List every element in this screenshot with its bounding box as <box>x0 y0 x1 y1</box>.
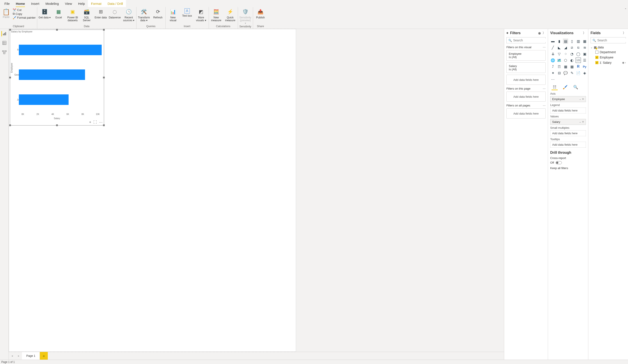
filters-page-dropzone[interactable]: Add data fields here <box>506 91 546 102</box>
viz-matrix-icon[interactable]: ▩ <box>569 64 574 69</box>
filters-page-more-icon[interactable]: ⋯ <box>543 87 546 90</box>
fields-table-data[interactable]: ⌄ ▦✓ data <box>591 46 626 49</box>
field-salary-checkbox[interactable]: ✓ <box>595 61 598 64</box>
page-tab-prev[interactable]: ◂ <box>9 352 15 360</box>
sensitivity-button[interactable]: 🛡️Sensitivity (preview) ▾ <box>239 8 251 25</box>
refresh-button[interactable]: ⟳Refresh <box>152 8 164 19</box>
resize-handle-n[interactable] <box>56 29 58 31</box>
enter-data-button[interactable]: ⊞Enter data <box>95 8 107 19</box>
tab-file[interactable]: File <box>1 0 13 7</box>
viz-gauge-icon[interactable]: ◐ <box>569 58 574 63</box>
viz-treemap-icon[interactable]: ▣ <box>582 51 587 57</box>
pbi-datasets-button[interactable]: ▣Power BI datasets <box>67 8 79 22</box>
filters-search[interactable]: 🔍 <box>506 37 546 43</box>
viz-map-icon[interactable]: 🌐 <box>550 58 555 63</box>
viz-line-icon[interactable]: ╱ <box>550 45 555 50</box>
viz-filled-map-icon[interactable]: 🗺️ <box>556 58 562 63</box>
visual-more-icon[interactable]: ⋯ <box>99 120 103 124</box>
viz-shape-map-icon[interactable]: ⬡ <box>563 58 568 63</box>
viz-tab-fields[interactable]: ☷ <box>551 84 558 90</box>
new-measure-button[interactable]: 🧮New measure <box>210 8 222 22</box>
well-legend[interactable]: Add data fields here <box>550 108 586 113</box>
well-axis-remove-icon[interactable]: ✕ <box>582 98 584 100</box>
filter-card-employee[interactable]: Employee is (All) <box>506 50 546 61</box>
well-values-chevron-icon[interactable]: ⌄ <box>579 120 581 123</box>
viz-stacked-column-icon[interactable]: ▮ <box>556 39 562 44</box>
eye-icon[interactable]: ◉ › <box>622 61 626 64</box>
viz-tab-analytics[interactable]: 🔍 <box>573 84 579 90</box>
publish-button[interactable]: 📤Publish <box>254 8 267 19</box>
paste-button[interactable]: 📋 Paste <box>1 8 11 19</box>
viz-funnel-icon[interactable]: ▽ <box>556 51 562 57</box>
page-tab-next[interactable]: ▸ <box>15 352 22 360</box>
filter-card-salary[interactable]: Salary is (All) <box>506 63 546 73</box>
filters-visual-more-icon[interactable]: ⋯ <box>543 46 546 49</box>
fields-search-input[interactable] <box>597 39 628 42</box>
more-visuals-button[interactable]: ◩More visuals ▾ <box>195 8 207 22</box>
sql-server-button[interactable]: 🗃️SQL Server <box>81 8 93 22</box>
viz-key-influencers-icon[interactable]: ✦ <box>550 70 555 75</box>
tab-insert[interactable]: Insert <box>28 0 43 7</box>
filters-all-dropzone[interactable]: Add data fields here <box>506 108 546 119</box>
chart-bar[interactable] <box>19 70 85 80</box>
chart-bar[interactable] <box>19 45 102 55</box>
cross-report-toggle[interactable] <box>556 161 562 164</box>
get-data-button[interactable]: 🗄️Get data ▾ <box>39 8 51 19</box>
resize-handle-nw[interactable] <box>9 29 11 31</box>
new-visual-button[interactable]: 📊New visual <box>167 8 179 22</box>
resize-handle-w[interactable] <box>9 77 11 78</box>
viz-kpi-icon[interactable]: ⤴ <box>550 64 555 69</box>
page-tab-add[interactable]: ＋ <box>40 352 48 360</box>
fields-search[interactable]: 🔍 <box>591 37 626 43</box>
viz-python-icon[interactable]: Py <box>582 64 587 69</box>
field-employee[interactable]: ✓ Employee <box>595 55 626 60</box>
fields-collapse-icon[interactable]: 〉 <box>623 31 626 35</box>
field-department-checkbox[interactable] <box>595 51 598 54</box>
viz-smart-narrative-icon[interactable]: ✎ <box>569 70 574 75</box>
viz-qna-icon[interactable]: 💬 <box>563 70 568 75</box>
viz-area-icon[interactable]: ◣ <box>556 45 562 50</box>
text-box-button[interactable]: AText box <box>181 8 193 17</box>
viz-100-column-icon[interactable]: ▦ <box>582 39 587 44</box>
viz-slicer-icon[interactable]: ☶ <box>556 64 562 69</box>
viz-clustered-column-icon[interactable]: ▯ <box>569 39 574 44</box>
viz-scatter-icon[interactable]: ⁘ <box>563 51 568 57</box>
recent-sources-button[interactable]: 🕓Recent sources ▾ <box>123 8 135 22</box>
tab-format[interactable]: Format <box>88 0 104 7</box>
page-tab-1[interactable]: Page 1 <box>22 352 40 360</box>
nav-report-view[interactable] <box>1 31 6 36</box>
chart-bar[interactable] <box>19 94 69 105</box>
tab-modeling[interactable]: Modeling <box>42 0 62 7</box>
viz-collapse-icon[interactable]: 〉 <box>583 31 586 35</box>
viz-donut-icon[interactable]: ◯ <box>576 51 581 57</box>
resize-handle-e[interactable] <box>103 77 105 78</box>
resize-handle-sw[interactable] <box>9 124 11 126</box>
resize-handle-se[interactable] <box>103 124 105 126</box>
well-axis-chevron-icon[interactable]: ⌄ <box>579 98 581 100</box>
viz-card-icon[interactable]: 123 <box>576 58 581 63</box>
report-canvas[interactable]: Salary by Employee Employee FredGeorgeJo… <box>9 29 504 352</box>
field-salary[interactable]: ✓ Σ Salary ◉ › <box>595 60 626 65</box>
ribbon-collapse-caret[interactable]: ⌃ <box>625 8 627 11</box>
viz-stacked-area-icon[interactable]: ◢ <box>563 45 568 50</box>
filters-collapse-icon[interactable]: 〉 <box>543 31 546 35</box>
nav-model-view[interactable] <box>2 50 7 55</box>
viz-table-icon[interactable]: ▦ <box>563 64 568 69</box>
viz-line-stacked-icon[interactable]: ⧄ <box>569 45 574 50</box>
viz-paginated-icon[interactable]: 📄 <box>576 70 581 75</box>
tab-help[interactable]: Help <box>75 0 88 7</box>
viz-arcgis-icon[interactable]: ◈ <box>582 70 587 75</box>
page-surface[interactable]: Salary by Employee Employee FredGeorgeJo… <box>9 29 296 352</box>
nav-data-view[interactable] <box>2 40 7 46</box>
well-small-multiples[interactable]: Add data fields here <box>550 130 586 136</box>
filters-eye-icon[interactable]: ◉ <box>538 31 541 35</box>
viz-stacked-bar-icon[interactable]: ▬ <box>550 39 555 44</box>
quick-measure-button[interactable]: ⚡Quick measure <box>224 8 236 22</box>
well-values[interactable]: Salary⌄✕ <box>550 119 586 125</box>
resize-handle-ne[interactable] <box>103 29 105 31</box>
dataverse-button[interactable]: ◌Dataverse <box>109 8 121 19</box>
filters-search-input[interactable] <box>513 39 548 42</box>
filters-visual-dropzone[interactable]: Add data fields here <box>506 75 546 85</box>
selected-visual[interactable]: Salary by Employee Employee FredGeorgeJo… <box>10 30 104 126</box>
cut-button[interactable]: ✂️Cut <box>13 8 36 12</box>
